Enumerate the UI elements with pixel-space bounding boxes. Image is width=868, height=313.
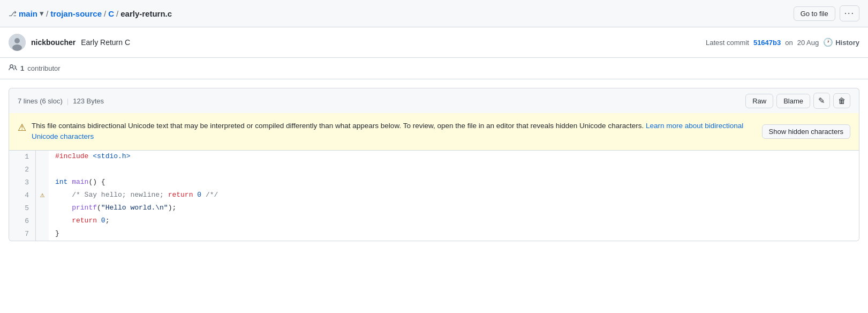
table-row: 4 ⚠ /* Say hello; newline; return 0 /*/: [9, 189, 859, 202]
breadcrumb-sep3: /: [116, 9, 118, 18]
code-container: 1 #include <stdio.h> 2 3 int main() {: [9, 151, 859, 241]
contributor-count: 1: [20, 64, 24, 72]
show-hidden-chars-button[interactable]: Show hidden characters: [762, 124, 850, 139]
goto-file-button[interactable]: Go to file: [794, 6, 835, 21]
commit-message: Early Return C: [81, 38, 130, 47]
line-code-2: [49, 163, 859, 176]
top-bar: ⎇ main ▾ / trojan-source / C / early-ret…: [0, 0, 868, 27]
line-warn-1: [36, 151, 49, 163]
branch-dropdown-icon[interactable]: ▾: [40, 9, 44, 18]
warning-text: This file contains bidirectional Unicode…: [32, 121, 753, 143]
line-number-3: 3: [9, 176, 36, 189]
more-options-button[interactable]: ···: [840, 5, 859, 21]
warning-banner: ⚠ This file contains bidirectional Unico…: [9, 113, 859, 151]
line-warn-2: [36, 163, 49, 176]
warning-banner-left: ⚠ This file contains bidirectional Unico…: [18, 121, 753, 143]
table-row: 5 printf("Hello world.\n");: [9, 202, 859, 215]
line-warn-5: [36, 202, 49, 215]
svg-point-1: [14, 38, 20, 43]
line-code-1: #include <stdio.h>: [49, 151, 859, 163]
line-warn-6: [36, 215, 49, 228]
file-meta: 7 lines (6 sloc) | 123 Bytes: [18, 97, 104, 105]
file-content-wrapper: 7 lines (6 sloc) | 123 Bytes Raw Blame ✎…: [0, 88, 868, 250]
table-row: 7 }: [9, 228, 859, 241]
blame-button[interactable]: Blame: [776, 94, 810, 108]
repo-link[interactable]: trojan-source: [50, 9, 102, 18]
branch-icon: ⎇: [9, 10, 17, 18]
file-lines: 7 lines (6 sloc): [18, 97, 63, 105]
line-number-2: 2: [9, 163, 36, 176]
history-label[interactable]: History: [835, 39, 859, 47]
commit-bar: nickboucher Early Return C Latest commit…: [0, 27, 868, 58]
code-table: 1 #include <stdio.h> 2 3 int main() {: [9, 151, 859, 241]
delete-button[interactable]: 🗑: [833, 93, 850, 108]
line-warn-3: [36, 176, 49, 189]
delete-icon: 🗑: [838, 96, 846, 105]
warning-icon: ⚠: [18, 122, 26, 133]
breadcrumb-sep1: /: [46, 9, 48, 18]
table-row: 2: [9, 163, 859, 176]
avatar: [9, 34, 26, 51]
commit-right: Latest commit 51647b3 on 20 Aug 🕐 Histor…: [706, 38, 859, 47]
line-number-6: 6: [9, 215, 36, 228]
line-code-3: int main() {: [49, 176, 859, 189]
line-code-4: /* Say hello; newline; return 0 /*/: [49, 189, 859, 202]
breadcrumb-sep2: /: [104, 9, 106, 18]
line-code-6: return 0;: [49, 215, 859, 228]
raw-button[interactable]: Raw: [745, 94, 773, 108]
file-meta-divider: |: [67, 97, 69, 105]
history-clock-icon: 🕐: [823, 38, 833, 47]
breadcrumb: ⎇ main ▾ / trojan-source / C / early-ret…: [9, 9, 172, 18]
commit-left: nickboucher Early Return C: [9, 34, 130, 51]
commit-author[interactable]: nickboucher: [31, 38, 76, 47]
table-row: 3 int main() {: [9, 176, 859, 189]
top-bar-actions: Go to file ···: [794, 5, 859, 21]
contributors-bar: 1 contributor: [0, 58, 868, 79]
contributor-label: contributor: [27, 64, 60, 72]
commit-hash[interactable]: 51647b3: [753, 39, 781, 47]
file-size: 123 Bytes: [73, 97, 104, 105]
file-actions: Raw Blame ✎ 🗑: [745, 93, 850, 109]
line-code-5: printf("Hello world.\n");: [49, 202, 859, 215]
branch-name[interactable]: main: [19, 9, 37, 18]
line-code-7: }: [49, 228, 859, 241]
contributors-icon: [9, 63, 17, 73]
line-warn-7: [36, 228, 49, 241]
table-row: 6 return 0;: [9, 215, 859, 228]
svg-point-2: [12, 44, 22, 51]
line-warn-4: ⚠: [36, 189, 49, 202]
commit-date: 20 Aug: [797, 39, 819, 47]
table-row: 1 #include <stdio.h>: [9, 151, 859, 163]
edit-button[interactable]: ✎: [813, 93, 830, 109]
latest-commit-label: Latest commit: [706, 39, 749, 47]
line-number-7: 7: [9, 228, 36, 241]
file-header: 7 lines (6 sloc) | 123 Bytes Raw Blame ✎…: [9, 88, 859, 113]
commit-date-label: on: [785, 39, 792, 47]
line-number-4: 4: [9, 189, 36, 202]
line-number-5: 5: [9, 202, 36, 215]
history-link[interactable]: 🕐 History: [823, 38, 859, 47]
edit-icon: ✎: [818, 96, 825, 106]
file-name: early-return.c: [120, 9, 172, 18]
folder-link[interactable]: C: [108, 9, 114, 18]
line-number-1: 1: [9, 151, 36, 163]
